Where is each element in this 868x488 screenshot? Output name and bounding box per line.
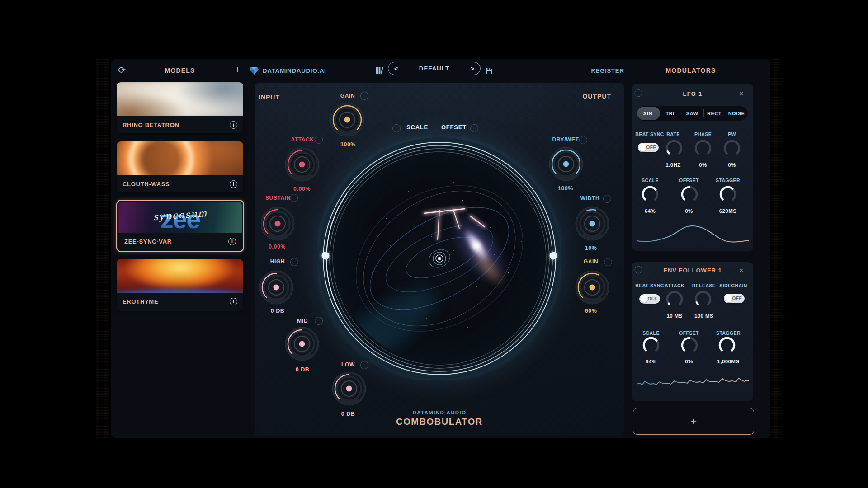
mod-slot[interactable] [360,361,368,369]
output-section-label: OUTPUT [582,93,611,100]
env-beat-sync-toggle[interactable]: OFF [639,294,660,304]
lfo-stagger-label: STAGGER [716,178,740,183]
add-model-button[interactable]: + [235,64,241,76]
mod-slot[interactable] [290,194,298,202]
model-artwork [117,82,243,116]
mod-slot[interactable] [392,124,401,132]
lfo-rate-knob[interactable] [663,137,685,161]
toggle-knob [639,144,646,151]
attack-knob[interactable] [284,146,320,184]
env-offset-knob[interactable] [679,334,700,358]
env-scale-knob[interactable] [640,334,662,358]
toggle-state: OFF [646,145,656,150]
env-release-knob[interactable] [692,288,714,312]
env-attack-label: ATTACK [665,283,684,288]
preset-prev-icon[interactable]: < [394,65,398,72]
width-knob[interactable] [574,206,610,244]
orbit-handle-right[interactable] [550,252,557,260]
preset-selector[interactable]: < DEFAULT > [388,62,481,75]
plugin-title: COMBOBULATOR [396,417,483,427]
lfo-scale-knob[interactable] [639,183,661,207]
register-button[interactable]: REGISTER [591,67,624,74]
model-card[interactable]: EROTHYME i [117,259,243,311]
env-follower-title: ENV FOLLOWER 1 [663,267,722,274]
brand-link[interactable]: DATAMINDAUDIO.AI [263,67,326,74]
env-beat-sync-label: BEAT SYNC [635,283,664,288]
mod-slot[interactable] [470,124,478,132]
mod-slot[interactable] [290,258,298,266]
refresh-models-icon[interactable]: ⟳ [118,65,126,75]
lfo-offset-knob[interactable] [679,183,700,207]
mod-slot[interactable] [315,317,323,325]
lfo-beat-sync-toggle[interactable]: OFF [638,143,659,152]
mod-slot[interactable] [579,136,587,144]
gem-logo-icon [249,66,259,75]
close-icon[interactable]: ✕ [739,267,744,274]
input-gain-label: GAIN [340,93,355,99]
mid-knob[interactable] [284,326,320,364]
env-attack-knob[interactable] [664,288,685,312]
tab-sin[interactable]: SIN [643,111,652,116]
preset-name: DEFAULT [419,65,449,72]
mod-slot[interactable] [360,92,368,100]
model-name: ZEE-SYNC-VAR [124,238,172,245]
high-value: 0 DB [271,308,284,314]
env-drag-handle[interactable] [635,266,642,274]
lfo-stagger-value: 620MS [719,208,736,214]
input-gain-knob[interactable] [329,102,365,140]
env-stagger-knob[interactable] [716,334,738,358]
low-label: LOW [341,361,355,368]
lfo-pw-knob[interactable] [721,137,743,161]
width-label: WIDTH [580,195,599,202]
tab-noise[interactable]: NOISE [728,111,745,116]
env-release-value: 100 MS [694,313,713,319]
lfo-phase-knob[interactable] [692,137,714,161]
dry-wet-knob[interactable] [548,146,584,184]
preset-library-icon[interactable] [375,67,383,74]
add-modulator-button[interactable]: + [633,408,754,435]
mod-slot[interactable] [604,258,612,266]
toggle-knob [725,295,732,302]
model-card[interactable]: CLOUTH-WASS i [117,141,243,192]
output-gain-value: 60% [585,308,597,314]
lfo-title: LFO 1 [683,90,703,97]
info-icon[interactable]: i [230,180,237,188]
tab-saw[interactable]: SAW [686,111,698,116]
edge-grain-right [769,58,782,439]
high-label: HIGH [270,258,285,265]
model-card-selected[interactable]: zee syncosum ZEE-SYNC-VAR i [116,200,244,252]
env-sidechain-toggle[interactable]: OFF [724,294,745,303]
screen: ⟳ MODELS + DATAMINDAUDIO.AI < DEFAULT > … [0,0,868,488]
orbit-handle-left[interactable] [322,252,330,260]
low-knob[interactable] [331,371,367,408]
mod-slot[interactable] [315,136,323,144]
input-section-label: INPUT [259,94,280,101]
output-gain-knob[interactable] [574,269,610,307]
close-icon[interactable]: ✕ [739,90,744,97]
tab-rect[interactable]: RECT [707,111,722,116]
info-icon[interactable]: i [230,121,237,129]
tab-divider [681,109,681,117]
offset-mode-button[interactable]: OFFSET [441,124,467,131]
lfo-drag-handle[interactable] [635,89,642,97]
info-icon[interactable]: i [228,238,236,245]
sustain-knob[interactable] [259,206,296,244]
model-artwork [117,259,243,293]
model-artwork [117,141,243,175]
sustain-label: SUSTAIN [265,195,291,201]
lfo-rate-value: 1.0HZ [665,162,680,168]
attack-value: 0.00% [293,186,311,192]
save-preset-icon[interactable] [486,67,493,75]
lfo-stagger-knob[interactable] [717,183,739,207]
scale-mode-button[interactable]: SCALE [406,124,428,131]
mod-slot[interactable] [603,195,611,203]
info-icon[interactable]: i [230,298,237,305]
high-knob[interactable] [258,269,294,307]
model-card[interactable]: RHINO BETATRON i [117,82,243,133]
preset-next-icon[interactable]: > [471,65,474,72]
orbit-visualizer[interactable] [318,137,561,380]
toggle-state: OFF [648,296,658,301]
model-name: RHINO BETATRON [123,122,179,128]
input-gain-value: 100% [340,141,356,148]
tab-tri[interactable]: TRI [665,111,674,116]
